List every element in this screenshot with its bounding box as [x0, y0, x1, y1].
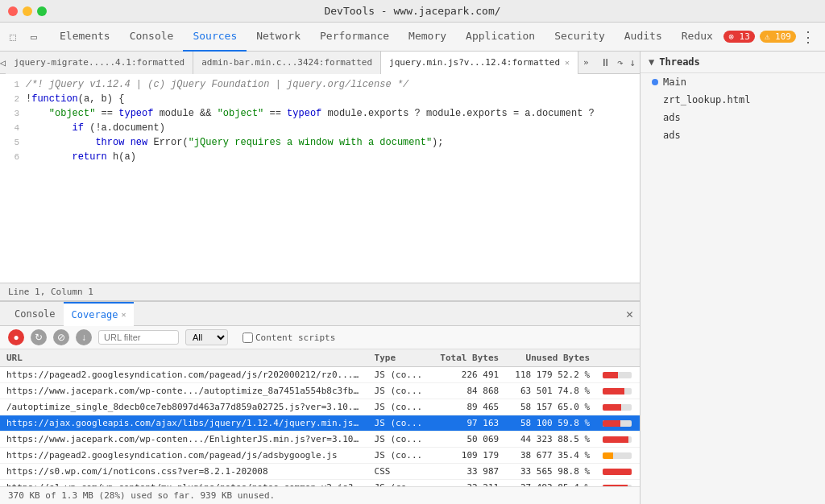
- cell-total-bytes: 84 868: [431, 383, 505, 399]
- close-button[interactable]: [8, 6, 18, 16]
- thread-dot-icon: [652, 79, 658, 85]
- tab-console[interactable]: Console: [120, 23, 184, 52]
- file-tab-jquery-migrate[interactable]: jquery-migrate.....4.1:formatted: [6, 52, 193, 74]
- cell-type: JS (co...: [368, 480, 431, 487]
- bottom-tabs-bar: Console Coverage ✕ ✕: [0, 302, 640, 326]
- cell-bar: [596, 383, 640, 399]
- maximize-button[interactable]: [37, 6, 47, 16]
- tab-elements[interactable]: Elements: [50, 23, 120, 52]
- cell-bar: [596, 367, 640, 383]
- threads-title: Threads: [659, 56, 700, 68]
- tab-memory[interactable]: Memory: [399, 23, 456, 52]
- code-line-4: 4 if (!a.document): [0, 121, 640, 135]
- inspect-icon[interactable]: ⬚: [3, 27, 23, 47]
- cell-bar: [596, 415, 640, 432]
- table-row[interactable]: https://pagead2.googlesyndication.com/pa…: [0, 448, 640, 464]
- coverage-footer: 370 KB of 1.3 MB (28%) used so far. 939 …: [0, 486, 640, 504]
- table-row[interactable]: /autoptimize_single_8decb0ce7eb8097d463a…: [0, 399, 640, 415]
- table-row[interactable]: https://pagead2.googlesyndication.com/pa…: [0, 367, 640, 383]
- col-unused-bytes: Unused Bytes: [505, 349, 596, 367]
- device-icon[interactable]: ▭: [24, 27, 44, 47]
- coverage-table-container: URL Type Total Bytes Unused Bytes https:…: [0, 349, 640, 486]
- step-over-icon[interactable]: ↷: [616, 55, 625, 70]
- minimize-button[interactable]: [23, 6, 32, 16]
- clear-button[interactable]: ⊘: [53, 329, 69, 345]
- thread-item[interactable]: ads: [641, 109, 825, 126]
- table-row[interactable]: https://s0.wp.com/i/noticons.css?ver=8.2…: [0, 464, 640, 480]
- cell-url: https://s0.wp.com/i/noticons.css?ver=8.2…: [0, 464, 368, 480]
- coverage-summary: 370 KB of 1.3 MB (28%) used so far. 939 …: [8, 490, 275, 501]
- code-line-1: 1 /*! jQuery v1.12.4 | (c) jQuery Founda…: [0, 77, 640, 92]
- file-tabs-bar: ◁ jquery-migrate.....4.1:formatted admin…: [0, 52, 640, 74]
- error-badge: ⊗ 13: [723, 31, 755, 43]
- cell-unused-bytes: 118 179 52.2 %: [505, 367, 596, 383]
- nav-right-badges: ⊗ 13 ⚠ 109 ⋮: [723, 28, 822, 45]
- reload-button[interactable]: ↻: [31, 329, 47, 345]
- nav-icon-group: ⬚ ▭: [3, 27, 44, 47]
- threads-list: Mainzrt_lookup.htmladsads: [641, 73, 825, 144]
- table-row[interactable]: https://www.jacepark.com/wp-conten.../En…: [0, 432, 640, 448]
- download-button[interactable]: ↓: [76, 329, 92, 345]
- cursor-position: Line 1, Column 1: [8, 287, 93, 297]
- cell-url: https://s1.wp.com/wp-content/mu-plugins/…: [0, 480, 368, 487]
- content-scripts-checkbox-label: Content scripts: [243, 333, 335, 343]
- bottom-tab-coverage[interactable]: Coverage ✕: [64, 302, 135, 326]
- cell-type: JS (co...: [368, 415, 431, 432]
- cell-url: https://www.jacepark.com/wp-conte.../aut…: [0, 383, 368, 399]
- table-row[interactable]: https://www.jacepark.com/wp-conte.../aut…: [0, 383, 640, 399]
- cell-bar: [596, 464, 640, 480]
- cell-unused-bytes: 63 501 74.8 %: [505, 383, 596, 399]
- thread-item[interactable]: ads: [641, 126, 825, 144]
- threads-header: ▼ Threads: [641, 52, 825, 73]
- close-tab-icon[interactable]: ✕: [565, 58, 570, 67]
- tab-sources[interactable]: Sources: [183, 23, 247, 52]
- tab-redux[interactable]: Redux: [672, 23, 723, 52]
- type-filter-select[interactable]: All CSS JS: [185, 329, 228, 345]
- cell-unused-bytes: 58 100 59.8 %: [505, 415, 596, 432]
- coverage-table-body: https://pagead2.googlesyndication.com/pa…: [0, 367, 640, 487]
- file-tab-left-icon[interactable]: ◁: [0, 52, 6, 74]
- cell-total-bytes: 50 069: [431, 432, 505, 448]
- content-scripts-checkbox[interactable]: [243, 333, 253, 343]
- step-into-icon[interactable]: ↓: [628, 55, 637, 70]
- file-tab-admin-bar[interactable]: admin-bar.min.c...3424:formatted: [193, 52, 381, 74]
- cell-unused-bytes: 33 565 98.8 %: [505, 464, 596, 480]
- triangle-icon: ▼: [649, 56, 654, 68]
- table-header-row: URL Type Total Bytes Unused Bytes: [0, 349, 640, 367]
- thread-label: zrt_lookup.html: [663, 94, 750, 105]
- close-coverage-tab-icon[interactable]: ✕: [121, 310, 126, 319]
- thread-item[interactable]: zrt_lookup.html: [641, 91, 825, 109]
- tab-application[interactable]: Application: [456, 23, 545, 52]
- tab-security[interactable]: Security: [545, 23, 615, 52]
- bottom-tab-console[interactable]: Console: [6, 302, 64, 326]
- more-options-icon[interactable]: ⋮: [801, 28, 815, 45]
- close-bottom-panel-icon[interactable]: ✕: [626, 307, 633, 321]
- cell-type: JS (co...: [368, 367, 431, 383]
- thread-label: ads: [663, 130, 681, 141]
- pause-icon[interactable]: ⏸: [599, 55, 612, 70]
- thread-item[interactable]: Main: [641, 73, 825, 91]
- url-filter-input[interactable]: [98, 330, 179, 345]
- code-editor: 1 /*! jQuery v1.12.4 | (c) jQuery Founda…: [0, 74, 640, 283]
- col-total-bytes: Total Bytes: [431, 349, 505, 367]
- file-tab-overflow[interactable]: »: [578, 57, 594, 68]
- threads-panel: ▼ Threads Mainzrt_lookup.htmladsads: [640, 52, 825, 504]
- title-bar: DevTools - www.jacepark.com/: [0, 0, 825, 23]
- tab-network[interactable]: Network: [247, 23, 310, 52]
- tab-audits[interactable]: Audits: [615, 23, 672, 52]
- cell-total-bytes: 32 211: [431, 480, 505, 487]
- table-row[interactable]: https://ajax.googleapis.com/ajax/libs/jq…: [0, 415, 640, 432]
- table-row[interactable]: https://s1.wp.com/wp-content/mu-plugins/…: [0, 480, 640, 487]
- record-button[interactable]: ●: [8, 329, 24, 345]
- cell-url: /autoptimize_single_8decb0ce7eb8097d463a…: [0, 399, 368, 415]
- window-title: DevTools - www.jacepark.com/: [324, 5, 500, 17]
- cell-type: JS (co...: [368, 448, 431, 464]
- code-line-3: 3 "object" == typeof module && "object" …: [0, 106, 640, 121]
- cell-bar: [596, 480, 640, 487]
- cell-type: JS (co...: [368, 432, 431, 448]
- col-bar: [596, 349, 640, 367]
- tab-performance[interactable]: Performance: [310, 23, 399, 52]
- nav-tabs-bar: ⬚ ▭ Elements Console Sources Network Per…: [0, 23, 825, 52]
- cell-url: https://www.jacepark.com/wp-conten.../En…: [0, 432, 368, 448]
- file-tab-jquery-min[interactable]: jquery.min.js?v...12.4:formatted ✕: [381, 52, 578, 74]
